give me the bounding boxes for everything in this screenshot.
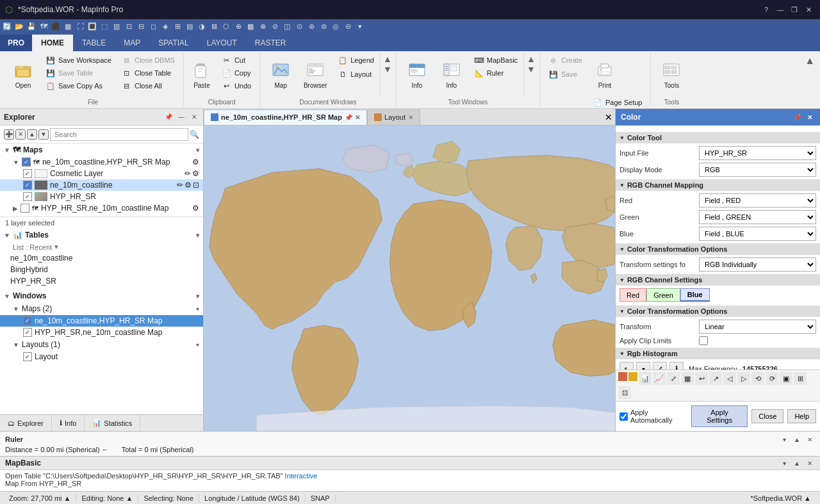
- color-icon-13[interactable]: ▣: [780, 372, 792, 385]
- layout-doc-tab[interactable]: Layout ✕: [367, 110, 420, 125]
- mapbasic-dropdown-btn[interactable]: ▾: [779, 458, 789, 468]
- ruler-close-btn[interactable]: ✕: [805, 434, 815, 444]
- close-button[interactable]: ✕: [802, 3, 815, 16]
- input-file-select[interactable]: HYP_HR_SR: [699, 146, 816, 160]
- qa-icon-29[interactable]: ⊝: [342, 20, 354, 32]
- legend-button[interactable]: 📋 Legend: [333, 54, 379, 67]
- qa-icon-15[interactable]: ⊞: [172, 20, 183, 32]
- tool-windows-scroll-down[interactable]: ▼: [527, 64, 536, 74]
- collapse-ribbon-icon[interactable]: ▲: [805, 55, 815, 67]
- display-mode-select[interactable]: RGB: [699, 163, 816, 177]
- qa-icon-13[interactable]: ◻: [147, 20, 159, 32]
- map-window-button[interactable]: Map: [264, 54, 297, 95]
- ribbon-collapse-btn[interactable]: ▲: [802, 53, 817, 107]
- apply-settings-button[interactable]: Apply Settings: [691, 405, 748, 427]
- apply-clip-checkbox[interactable]: [699, 336, 708, 345]
- ne-extra-icon[interactable]: ⊡: [193, 181, 199, 190]
- browser-button[interactable]: Browser: [299, 54, 332, 95]
- mapbasic-button[interactable]: ⌨ MapBasic: [470, 54, 522, 67]
- maps-windows-dropdown[interactable]: ▾: [196, 305, 199, 313]
- hyp-layer-item[interactable]: HYP_HR_SR: [0, 191, 203, 202]
- color-panel-close-btn[interactable]: ✕: [805, 112, 815, 122]
- color-icon-1[interactable]: [618, 372, 627, 381]
- map2-options-icon[interactable]: ⚙: [192, 204, 199, 213]
- zoom-up-icon[interactable]: ▲: [64, 494, 71, 502]
- tab-statistics[interactable]: 📊 Statistics: [85, 415, 140, 431]
- qa-icon-5[interactable]: ⬛: [50, 20, 62, 32]
- mapbasic-close-btn[interactable]: ✕: [805, 458, 815, 468]
- qa-icon-8[interactable]: 🔳: [86, 20, 98, 32]
- qa-icon-27[interactable]: ⊜: [318, 20, 329, 32]
- cosmetic-visible-checkbox[interactable]: [23, 169, 32, 178]
- open-button[interactable]: Open: [6, 54, 40, 95]
- layouts-dropdown[interactable]: ▾: [196, 341, 199, 348]
- win-map1-item[interactable]: ne_10m_coastline,HYP_HR_SR Map: [0, 315, 203, 327]
- hyp-visible-checkbox[interactable]: [23, 192, 32, 201]
- blue-channel-btn[interactable]: Blue: [680, 288, 710, 302]
- histogram-section[interactable]: Rgb Histogram: [616, 348, 820, 359]
- qa-icon-20[interactable]: ⊕: [233, 20, 244, 32]
- map2-item[interactable]: ▶ 🗺 HYP_HR_SR,ne_10m_coastline Map ⚙: [0, 202, 203, 214]
- qa-icon-23[interactable]: ⊘: [269, 20, 281, 32]
- red-channel-select[interactable]: Field , RED: [699, 193, 816, 207]
- qa-icon-10[interactable]: ▥: [111, 20, 122, 32]
- color-icon-7[interactable]: ↩: [695, 372, 708, 385]
- color-tool-section[interactable]: Color Tool: [616, 132, 820, 143]
- transform-section-1[interactable]: Color Transformation Options: [616, 243, 820, 255]
- table2-item[interactable]: BingHybrid: [0, 264, 203, 275]
- qa-icon-17[interactable]: ◑: [196, 20, 208, 32]
- doc-windows-scroll-down[interactable]: ▼: [383, 64, 392, 74]
- transform-select[interactable]: Linear: [699, 320, 816, 334]
- layout-tab-close-btn[interactable]: ✕: [408, 114, 413, 121]
- qa-icon-26[interactable]: ⊛: [306, 20, 317, 32]
- cosmetic-layer-item[interactable]: Cosmetic Layer ✏ ⚙: [0, 168, 203, 179]
- tab-pro[interactable]: PRO: [0, 35, 32, 51]
- close-table-button[interactable]: ⊡ Close Table: [117, 67, 179, 79]
- qa-icon-30[interactable]: ▾: [354, 20, 366, 32]
- explorer-down-btn[interactable]: ▼: [38, 129, 49, 140]
- qa-icon-4[interactable]: 🗺: [38, 20, 49, 32]
- ruler-expand-btn[interactable]: ▲: [792, 434, 802, 444]
- histogram-info-btn[interactable]: ℹ: [669, 362, 684, 370]
- ne-gear-icon[interactable]: ⚙: [184, 181, 192, 190]
- doc-tabs-close-btn[interactable]: ✕: [605, 112, 612, 122]
- histogram-dropdown-btn[interactable]: ▾: [636, 362, 650, 370]
- table3-item[interactable]: HYP_HR_SR: [0, 275, 203, 287]
- tables-section-header[interactable]: ▼ 📊 Tables ▾: [0, 229, 203, 241]
- color-icon-11[interactable]: ⟲: [751, 372, 764, 385]
- qa-icon-9[interactable]: ⬚: [99, 20, 110, 32]
- map1-item[interactable]: ▼ 🗺 ne_10m_coastline,HYP_HR_SR Map ⚙: [0, 156, 203, 168]
- layout-win-checkbox[interactable]: [23, 352, 32, 361]
- tab-spatial[interactable]: SPATIAL: [149, 35, 198, 51]
- create-button[interactable]: ⊕ Create: [544, 54, 587, 67]
- explorer-button[interactable]: Info: [435, 54, 468, 95]
- tool-windows-scroll-up[interactable]: ▲: [527, 54, 536, 64]
- histogram-cursor-btn[interactable]: ↖: [619, 362, 634, 370]
- qa-icon-1[interactable]: 🔄: [1, 20, 13, 32]
- apply-auto-checkbox[interactable]: [619, 412, 628, 421]
- apply-auto-label[interactable]: Apply Automatically: [619, 409, 687, 424]
- green-channel-btn[interactable]: Green: [646, 288, 680, 302]
- close-color-button[interactable]: Close: [751, 409, 783, 423]
- page-setup-button[interactable]: 📄 Page Setup: [588, 96, 647, 109]
- doc-windows-scroll-up[interactable]: ▲: [383, 54, 392, 64]
- tab-home[interactable]: HOME: [32, 35, 73, 51]
- search-input[interactable]: [50, 128, 188, 141]
- explorer-remove-btn[interactable]: ✕: [15, 129, 26, 140]
- color-icon-2[interactable]: [628, 372, 637, 381]
- green-channel-select[interactable]: Field , GREEN: [699, 210, 816, 224]
- explorer-pin-btn[interactable]: 📌: [163, 112, 174, 122]
- histogram-crosshair-btn[interactable]: ⤢: [653, 362, 667, 370]
- qa-icon-28[interactable]: ◎: [330, 20, 341, 32]
- minimize-button[interactable]: —: [774, 3, 787, 16]
- info-button[interactable]: i Info: [400, 54, 434, 95]
- explorer-min-btn[interactable]: —: [176, 112, 186, 122]
- color-icon-10[interactable]: ▷: [737, 372, 750, 385]
- mapbasic-expand-btn[interactable]: ▲: [792, 458, 802, 468]
- map-doc-tab[interactable]: ne_10m_coastline,HYP_HR_SR Map 📌 ✕: [204, 110, 367, 125]
- map-tab-close-btn[interactable]: ✕: [355, 114, 360, 121]
- win-map1-checkbox[interactable]: [23, 316, 32, 325]
- transform-section-2[interactable]: Color Transformation Options: [616, 305, 820, 317]
- windows-dropdown-icon[interactable]: ▾: [196, 293, 199, 300]
- list-recent-dropdown[interactable]: ▾: [54, 243, 58, 251]
